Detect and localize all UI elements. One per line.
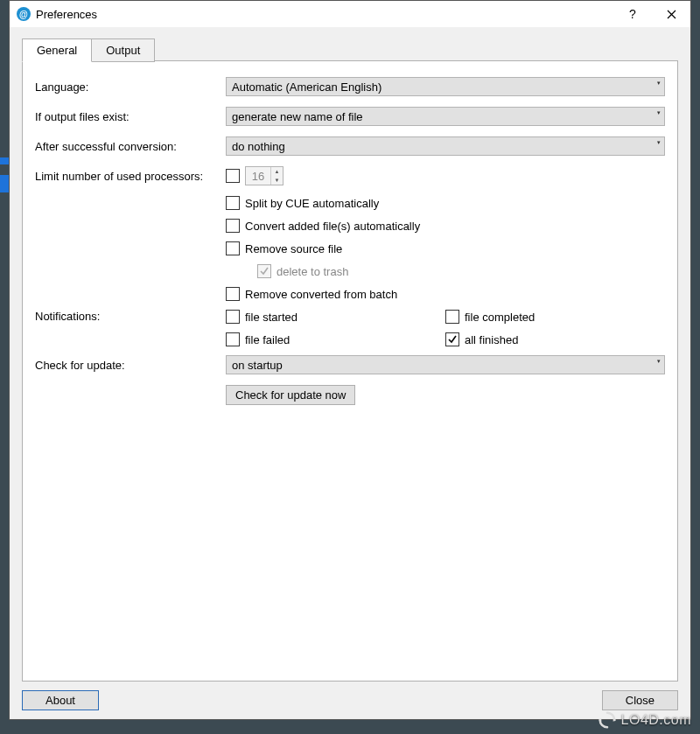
- tab-general[interactable]: General: [22, 38, 92, 62]
- bottom-bar: About Close: [22, 682, 678, 710]
- help-button[interactable]: ?: [613, 1, 652, 27]
- watermark-text: LO4D.com: [621, 712, 691, 728]
- all-finished-label: all finished: [465, 333, 518, 346]
- after-conv-value: do nothing: [232, 140, 285, 153]
- remove-converted-label: Remove converted from batch: [245, 288, 397, 301]
- check-update-label: Check for update:: [35, 359, 226, 372]
- limit-procs-checkbox[interactable]: [226, 169, 240, 183]
- convert-auto-label: Convert added file(s) automatically: [245, 220, 420, 233]
- all-finished-checkbox[interactable]: [445, 332, 459, 346]
- about-button[interactable]: About: [22, 690, 99, 710]
- file-started-checkbox[interactable]: [226, 310, 240, 324]
- content-area: General Output Language: Automatic (Amer…: [10, 27, 690, 719]
- close-button[interactable]: Close: [602, 690, 678, 710]
- tabstrip: General Output: [22, 38, 678, 61]
- split-cue-label: Split by CUE automatically: [245, 197, 379, 210]
- check-update-combo[interactable]: on startup ▾: [226, 355, 665, 374]
- watermark-icon: [598, 711, 616, 729]
- split-cue-checkbox[interactable]: [226, 196, 240, 210]
- file-started-label: file started: [245, 311, 298, 324]
- app-icon: @: [17, 7, 31, 21]
- delete-trash-label: delete to trash: [276, 265, 348, 278]
- language-label: Language:: [35, 80, 226, 94]
- watermark: LO4D.com: [598, 711, 691, 729]
- after-conv-label: After successful conversion:: [35, 140, 226, 153]
- file-completed-checkbox[interactable]: [445, 310, 459, 324]
- chevron-down-icon: ▾: [657, 358, 661, 365]
- limit-procs-label: Limit number of used processors:: [35, 170, 226, 183]
- remove-converted-checkbox[interactable]: [226, 287, 240, 301]
- window-close-button[interactable]: [652, 1, 690, 27]
- preferences-window: @ Preferences ? General Output Language:…: [9, 0, 691, 720]
- notifications-label: Notifications:: [35, 310, 226, 323]
- spinner-up-icon[interactable]: ▲: [271, 167, 283, 176]
- chevron-down-icon: ▾: [657, 80, 661, 87]
- file-completed-label: file completed: [465, 311, 535, 324]
- chevron-down-icon: ▾: [657, 139, 661, 146]
- file-failed-checkbox[interactable]: [226, 332, 240, 346]
- titlebar: @ Preferences ?: [10, 1, 690, 27]
- procs-input[interactable]: [246, 169, 270, 184]
- remove-source-label: Remove source file: [245, 242, 342, 255]
- window-title: Preferences: [36, 8, 97, 21]
- convert-auto-checkbox[interactable]: [226, 219, 240, 233]
- tab-output[interactable]: Output: [91, 38, 155, 62]
- after-conv-combo[interactable]: do nothing ▾: [226, 136, 665, 156]
- delete-trash-checkbox: [257, 264, 271, 278]
- remove-source-checkbox[interactable]: [226, 241, 240, 255]
- language-combo[interactable]: Automatic (American English) ▾: [226, 77, 665, 96]
- if-output-combo[interactable]: generate new name of file ▾: [226, 107, 665, 126]
- spinner-down-icon[interactable]: ▼: [271, 176, 283, 185]
- procs-spinner[interactable]: ▲ ▼: [245, 166, 284, 185]
- tab-content-general: Language: Automatic (American English) ▾…: [22, 60, 678, 682]
- language-value: Automatic (American English): [232, 80, 382, 94]
- file-failed-label: file failed: [245, 333, 290, 346]
- check-update-now-button[interactable]: Check for update now: [226, 385, 355, 405]
- if-output-value: generate new name of file: [232, 110, 363, 123]
- check-update-value: on startup: [232, 359, 283, 372]
- if-output-label: If output files exist:: [35, 110, 226, 123]
- chevron-down-icon: ▾: [657, 109, 661, 116]
